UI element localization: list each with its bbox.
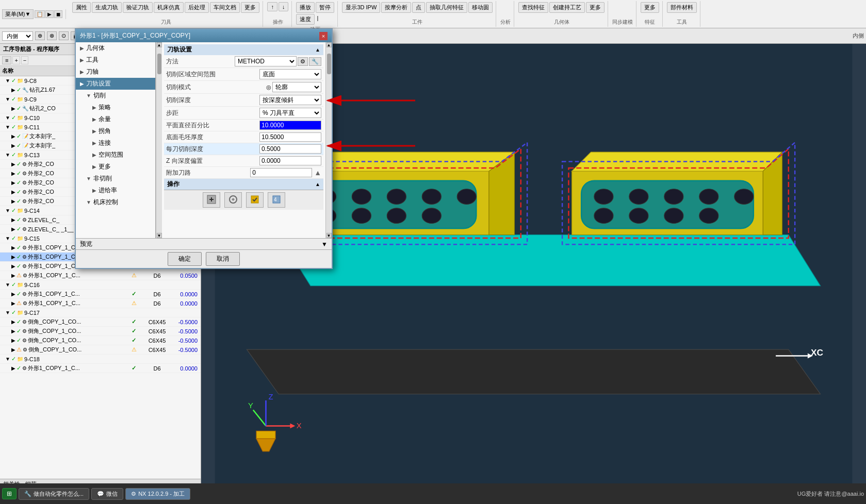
- step-label: 步距: [166, 109, 257, 117]
- tree-item-c17[interactable]: ▼ ✓ 📁 9-C17: [0, 308, 201, 317]
- point-btn[interactable]: 点: [412, 2, 425, 13]
- more2-btn[interactable]: 更多: [586, 2, 604, 13]
- extract-btn[interactable]: 抽取几何特征: [426, 2, 467, 13]
- method-select[interactable]: METHOD: [235, 56, 297, 66]
- scroll-right-thumb[interactable]: [327, 54, 331, 74]
- tree-item-c16w2[interactable]: ▶ ⚠ ⚙ 外形1_COPY_1_C... ⚠ D6 0.0000: [0, 299, 201, 308]
- move-btn[interactable]: 移动圆: [468, 2, 493, 13]
- dlg-tree-strategy[interactable]: ▶ 策略: [76, 102, 155, 113]
- scroll-down-btn[interactable]: ▼: [157, 233, 162, 238]
- nav-toolbar-btn[interactable]: ≡: [2, 56, 11, 64]
- ops-btn-3[interactable]: [246, 192, 264, 208]
- find-feature-btn[interactable]: 查找特征: [518, 2, 548, 13]
- nav-collapse-icon[interactable]: −: [21, 56, 28, 64]
- menu-button[interactable]: 菜单(M)▼: [2, 9, 34, 19]
- per-cut-input[interactable]: [259, 144, 321, 154]
- dlg-tree-feedrate[interactable]: ▶ 进给率: [76, 184, 155, 196]
- tree-item-c15w4[interactable]: ▶ ⚠ ⚙ 外形1_COPY_1_C... ⚠ D6 0.0500: [0, 271, 201, 280]
- main-toolbar: 菜单(M)▼ 📋 ▶ ◼ 属性 生成刀轨 验证刀轨 机床仿真 后处理 车间文档 …: [0, 0, 866, 28]
- tree-item-c17d1[interactable]: ▶ ✓ ⚙ 倒角_COPY_1_CO... ✓ C6X45 -0.5000: [0, 317, 201, 327]
- plane-pct-input[interactable]: [259, 121, 321, 130]
- part-material-btn[interactable]: 部件材料: [667, 2, 697, 13]
- dlg-tree-corner[interactable]: ▶ 拐角: [76, 125, 155, 137]
- display3d-btn[interactable]: 显示3D IPW: [342, 2, 380, 13]
- scroll-thumb[interactable]: [157, 54, 161, 74]
- dlg-tree-geometry[interactable]: ▶ 几何体: [76, 42, 155, 54]
- taskbar-app-wechat[interactable]: 💬 微信: [91, 488, 123, 500]
- toolbar-icon-1[interactable]: 📋: [35, 10, 45, 18]
- floor-stock-input[interactable]: [259, 132, 321, 142]
- dialog-right-scrollbar[interactable]: ▲ ▼: [325, 42, 332, 238]
- folder-icon-c16: ▼: [5, 282, 10, 288]
- z-offset-input[interactable]: [259, 156, 321, 165]
- dlg-tree-tool[interactable]: ▶ 工具: [76, 54, 155, 66]
- method-btn-2[interactable]: 🔧: [309, 57, 321, 66]
- dlg-tree-toolpath[interactable]: ▶ 刀轨设置: [76, 78, 155, 90]
- more1-btn[interactable]: 更多: [241, 2, 259, 13]
- tree-item-c18[interactable]: ▼ ✓ 📁 9-C18: [0, 355, 201, 364]
- pause-btn[interactable]: 暂停: [316, 2, 334, 13]
- taskbar-app-automate[interactable]: 🔧 做自动化零件怎么...: [19, 488, 89, 500]
- tree-item-c16[interactable]: ▼ ✓ 📁 9-C16: [0, 280, 201, 290]
- cut-region-select[interactable]: 底面: [259, 69, 321, 79]
- dialog-left-scrollbar[interactable]: ▲ ▼: [156, 42, 162, 238]
- feature-more-btn[interactable]: 更多: [641, 2, 659, 13]
- dlg-tree-connect[interactable]: ▶ 连接: [76, 137, 155, 149]
- view-btn-2[interactable]: ⊗: [47, 31, 57, 40]
- ops-btn-4[interactable]: 4: [268, 192, 285, 208]
- gen-path-btn[interactable]: 生成刀轨: [92, 2, 122, 13]
- view-btn-1[interactable]: ⊕: [35, 31, 45, 40]
- section-header-ops[interactable]: 操作 ▲: [164, 179, 323, 190]
- speed-btn[interactable]: 速度: [296, 14, 315, 25]
- scroll-right-up-btn[interactable]: ▲: [326, 42, 332, 47]
- tree-item-c16w1[interactable]: ▶ ✓ ⚙ 外形1_COPY_1_C... ✓ D6 0.0000: [0, 290, 201, 299]
- dlg-tree-axis[interactable]: ▶ 刀轴: [76, 66, 155, 78]
- cut-mode-select[interactable]: 轮廓: [272, 82, 321, 92]
- tree-item-c17d4[interactable]: ▶ ⚠ ⚙ 倒角_COPY_1_CO... ⚠ C6X45 -0.5000: [0, 345, 201, 355]
- expand-icon-machine: ▼: [86, 199, 91, 205]
- val-c17d3: -0.5000: [169, 338, 200, 344]
- section-header-toolpath[interactable]: 刀轨设置 ▲: [164, 44, 323, 55]
- taskbar-app-nx[interactable]: ⚙ NX 12.0.2.9 - 加工: [125, 488, 190, 500]
- tree-item-c17d2[interactable]: ▶ ✓ ⚙ 倒角_COPY_1_CO... ✓ C6X45 -0.5000: [0, 327, 201, 336]
- ops-down-btn[interactable]: ↓: [279, 2, 289, 11]
- ops-up-btn[interactable]: ↑: [267, 2, 277, 11]
- attach-input[interactable]: [250, 168, 312, 177]
- ops-btn-1[interactable]: [203, 192, 220, 208]
- nav-expand-icon[interactable]: +: [12, 56, 20, 64]
- attr-btn[interactable]: 属性: [72, 2, 91, 13]
- verify-btn[interactable]: 验证刀轨: [123, 2, 153, 13]
- dlg-tree-noncut[interactable]: ▼ 非切削: [76, 173, 155, 184]
- machine-sim-btn[interactable]: 机床仿真: [154, 2, 184, 13]
- method-btn-1[interactable]: ⚙: [298, 57, 308, 66]
- cut-depth-select[interactable]: 按深度倾斜: [259, 95, 321, 105]
- scroll-up-btn[interactable]: ▲: [157, 42, 162, 47]
- view-dropdown-1[interactable]: 内侧: [2, 31, 33, 41]
- play-btn[interactable]: 播放: [296, 2, 315, 13]
- dialog-left-panel[interactable]: ▶ 几何体 ▶ 工具 ▶ 刀轴 ▶ 刀轨设置: [76, 42, 156, 238]
- dlg-tree-machine[interactable]: ▼ 机床控制: [76, 196, 155, 208]
- start-button[interactable]: ⊞: [2, 488, 17, 499]
- dialog-close-button[interactable]: ×: [319, 32, 328, 40]
- view-btn-3[interactable]: ⊙: [59, 31, 69, 40]
- cancel-button[interactable]: 取消: [206, 252, 240, 266]
- toolbar-group-label-sync: 同步建模: [612, 19, 633, 26]
- post-proc-btn[interactable]: 后处理: [185, 2, 209, 13]
- tool-c18w1: D6: [145, 365, 169, 372]
- tree-item-c17d3[interactable]: ▶ ✓ ⚙ 倒角_COPY_1_CO... ✓ C6X45 -0.5000: [0, 336, 201, 345]
- workshop-btn[interactable]: 车间文档: [210, 2, 240, 13]
- massage-btn[interactable]: 按摩分析: [381, 2, 411, 13]
- toolbar-icon-3[interactable]: ◼: [54, 10, 62, 18]
- ops-btn-2[interactable]: [224, 192, 242, 208]
- dlg-tree-more[interactable]: ▶ 更多: [76, 161, 155, 173]
- toolbar-icon-2[interactable]: ▶: [45, 10, 54, 18]
- create-process-btn[interactable]: 创建持工艺: [549, 2, 585, 13]
- scroll-right-down-btn[interactable]: ▼: [326, 233, 332, 238]
- step-select[interactable]: % 刀具平直: [259, 108, 321, 118]
- dlg-tree-cut[interactable]: ▼ 切削: [76, 90, 155, 102]
- dlg-tree-space[interactable]: ▶ 空间范围: [76, 149, 155, 161]
- dialog-preview-row[interactable]: 预览 ▼: [76, 238, 332, 249]
- ok-button[interactable]: 确定: [168, 252, 202, 266]
- dlg-tree-margin[interactable]: ▶ 余量: [76, 113, 155, 125]
- tree-item-c18w1[interactable]: ▶ ✓ ⚙ 外形1_COPY_1_C... ✓ D6 0.0000: [0, 364, 201, 373]
